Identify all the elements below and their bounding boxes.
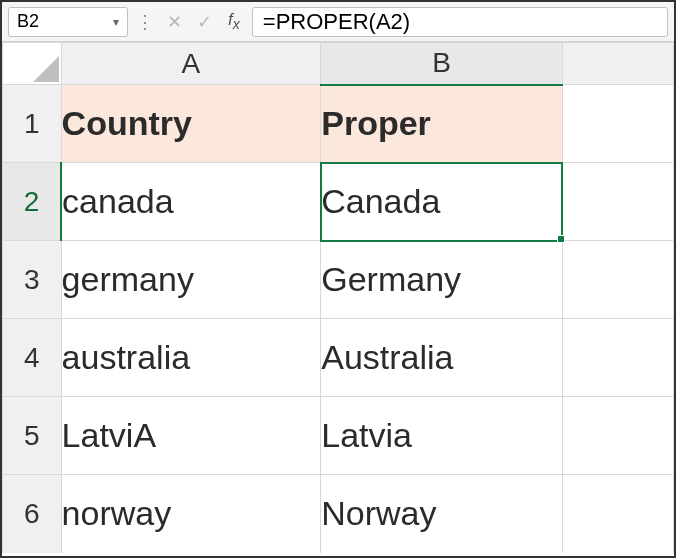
column-header-a[interactable]: A [61,43,321,85]
cell-b4[interactable]: Australia [321,319,563,397]
cell-a4[interactable]: australia [61,319,321,397]
cell-b3[interactable]: Germany [321,241,563,319]
row-header-4[interactable]: 4 [3,319,62,397]
name-box-value: B2 [17,11,113,32]
fill-handle[interactable] [557,235,565,243]
name-box[interactable]: B2 ▾ [8,7,128,37]
column-header-c[interactable] [562,43,673,85]
enter-icon[interactable]: ✓ [192,10,216,34]
chevron-down-icon[interactable]: ▾ [113,15,119,29]
cell-c1[interactable] [562,85,673,163]
cell-b6[interactable]: Norway [321,475,563,553]
cell-b2-value: Canada [321,182,440,220]
row-header-1[interactable]: 1 [3,85,62,163]
cancel-icon[interactable]: ✕ [162,10,186,34]
cell-a5[interactable]: LatviA [61,397,321,475]
row-header-3[interactable]: 3 [3,241,62,319]
divider: ⋮ [134,11,156,33]
cell-a3[interactable]: germany [61,241,321,319]
select-all-corner[interactable] [3,43,62,85]
cell-a1[interactable]: Country [61,85,321,163]
formula-input[interactable] [252,7,668,37]
formula-bar: B2 ▾ ⋮ ✕ ✓ fx [2,2,674,42]
select-all-triangle-icon [33,56,59,82]
cell-b1[interactable]: Proper [321,85,563,163]
fx-icon[interactable]: fx [222,10,246,32]
cell-c3[interactable] [562,241,673,319]
row-header-2[interactable]: 2 [3,163,62,241]
cell-b2[interactable]: Canada [321,163,563,241]
cell-c5[interactable] [562,397,673,475]
cell-c6[interactable] [562,475,673,553]
cell-a6[interactable]: norway [61,475,321,553]
cell-b5[interactable]: Latvia [321,397,563,475]
cell-c2[interactable] [562,163,673,241]
row-header-5[interactable]: 5 [3,397,62,475]
row-header-6[interactable]: 6 [3,475,62,553]
cell-c4[interactable] [562,319,673,397]
spreadsheet-grid: A B 1 Country Proper 2 canada Canada 3 g… [2,42,674,553]
cell-a2[interactable]: canada [61,163,321,241]
column-header-b[interactable]: B [321,43,563,85]
